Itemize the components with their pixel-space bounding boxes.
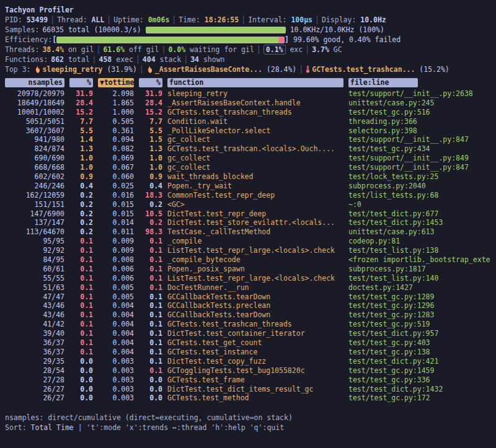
functions-summary-label: Functions: — [5, 55, 48, 64]
table-row: 29/350.00.0030.1DictTest.test_copy_fuzzt… — [5, 357, 491, 366]
function-cell: DocTestRunner.__run — [167, 283, 343, 292]
table-row: 43/460.10.0040.1GCCallbackTests.tearDown… — [5, 310, 491, 320]
file-line-cell: test/test_dict.py:421 — [348, 357, 491, 366]
separator: │ — [312, 15, 322, 24]
direct-percent-cell: 0.0 — [69, 376, 93, 385]
info-value: ALL — [92, 15, 105, 24]
table-row: 18649/1864928.41.86528.4_AssertRaisesBas… — [5, 99, 491, 108]
cumulative-percent-cell: 5.5 — [139, 126, 162, 136]
tottime-cell: 0.060 — [98, 172, 134, 182]
top-function-name: GCTests.test_trashcan... — [312, 65, 419, 74]
function-cell: GCTests.test_instance — [167, 348, 343, 357]
efficiency-bar — [56, 37, 285, 43]
direct-percent-cell: 0.1 — [69, 255, 93, 265]
cumulative-percent-cell: 0.1 — [139, 265, 162, 274]
functions-count-segment: 862 total — [51, 55, 89, 64]
thread-stat-percent: 3.7% — [312, 45, 329, 54]
table-row: 26/270.00.0030.0GCTests.test_methodtest/… — [5, 393, 491, 403]
direct-percent-cell: 1.0 — [69, 163, 93, 172]
efficiency-line: Efficiency:[] 99.60% good, 0.40% failed — [5, 35, 491, 45]
tottime-cell: 0.003 — [98, 376, 134, 385]
function-cell: _compile — [167, 237, 343, 246]
tottime-cell: 0.069 — [98, 154, 134, 163]
flame-icon — [146, 65, 153, 76]
table-row: 113/646700.20.01198.3TestCase._callTestM… — [5, 227, 491, 237]
top-function: _AssertRaisesBaseConte... (28.4%) — [146, 65, 296, 74]
function-cell: TestCase._callTestMethod — [167, 227, 343, 237]
nsamples-cell: 47/47 — [5, 292, 64, 302]
efficiency-bracket-open: [ — [52, 35, 56, 44]
thread-stat-percent: 61.6% — [103, 45, 125, 54]
cumulative-percent-cell: 0.1 — [139, 292, 162, 302]
nsamples-cell: 84/95 — [5, 255, 64, 265]
separator: │ — [137, 65, 146, 74]
function-cell: CommonTest.test_repr_deep — [167, 191, 343, 200]
table-row: 43/460.10.0040.1GCCallbackTests.preclean… — [5, 301, 491, 310]
top3-label: Top 3: — [5, 65, 31, 74]
nsamples-cell: 60/61 — [5, 265, 64, 274]
separator: │ — [133, 55, 143, 64]
tottime-cell: 0.067 — [98, 163, 134, 172]
column-header-cumulative-percent[interactable]: % — [139, 78, 162, 87]
function-cell: _PollLikeSelector.select — [167, 126, 343, 136]
cumulative-percent-cell: 15.2 — [139, 108, 162, 117]
table-row: 92/920.10.0090.1ListTest.test_repr_large… — [5, 246, 491, 255]
function-cell: GCCallbackTests.preclean — [167, 301, 343, 310]
info-value: 100μs — [291, 15, 312, 24]
file-line-cell: subprocess.py:1817 — [348, 265, 491, 274]
tottime-cell: 0.003 — [98, 366, 134, 376]
efficiency-summary: 99.60% good, 0.40% failed — [293, 35, 401, 44]
function-cell: gc_collect — [167, 135, 343, 144]
direct-percent-cell: 0.1 — [69, 237, 93, 246]
info-line: PID: 53499│Thread: ALL│Uptime: 0m06s│Tim… — [5, 15, 491, 25]
file-line-cell: test/test_dict.py:1432 — [348, 385, 491, 394]
cumulative-percent-cell: 0.1 — [139, 255, 162, 265]
direct-percent-cell: 0.0 — [69, 357, 93, 366]
column-header-file-line[interactable]: file:line — [348, 78, 418, 87]
cumulative-percent-cell: 0.0 — [139, 376, 162, 385]
column-header-tottime[interactable]: ▼tottime — [98, 78, 134, 87]
efficiency-bar-good — [56, 37, 278, 43]
cumulative-percent-cell: 0.1 — [139, 338, 162, 348]
direct-percent-cell: 0.1 — [69, 320, 93, 329]
direct-percent-cell: 0.1 — [69, 274, 93, 283]
nsamples-cell: 43/46 — [5, 310, 64, 320]
cumulative-percent-cell: 0.1 — [139, 283, 162, 292]
function-cell: sleeping_retry — [167, 89, 343, 99]
cumulative-percent-cell: 1.3 — [139, 144, 162, 154]
file-line-cell: test/test_gc.py:336 — [348, 376, 491, 385]
nsamples-cell: 162/12059 — [5, 191, 64, 200]
top3-line: Top 3:sleeping_retry (31.9%)│_AssertRais… — [5, 64, 491, 74]
shortcut-hints: | 't':mode 'x':trends ↔:thread 'h':help … — [78, 423, 284, 432]
cumulative-percent-cell: 0.9 — [139, 172, 162, 182]
direct-percent-cell: 0.2 — [69, 200, 93, 209]
separator: │ — [159, 45, 168, 54]
flame-icon — [34, 65, 41, 76]
cumulative-percent-cell: 0.1 — [139, 357, 162, 366]
file-line-cell: codeop.py:81 — [348, 237, 491, 246]
nsamples-cell: 113/64670 — [5, 227, 64, 237]
direct-percent-cell: 0.2 — [69, 227, 93, 237]
direct-percent-cell: 0.2 — [69, 191, 93, 200]
column-header-function[interactable]: function — [167, 78, 343, 87]
column-header-direct-percent[interactable]: % — [69, 78, 93, 87]
table-row: 147/69000.20.01510.5DictTest.test_repr_d… — [5, 209, 491, 219]
direct-percent-cell: 0.0 — [69, 393, 93, 403]
profiler-screen: Tachyon Profiler PID: 53499│Thread: ALL│… — [0, 0, 496, 448]
info-label: Uptime: — [113, 15, 148, 24]
thread-stat-label: waiting for gil — [185, 45, 254, 54]
nsamples-cell: 92/92 — [5, 246, 64, 255]
thread-stat: 0.0% waiting for gil — [168, 45, 254, 54]
tottime-cell: 0.005 — [98, 283, 134, 292]
table-row: 151/1510.20.0150.2<GC>~:0 — [5, 200, 491, 209]
file-line-cell: test/lock_tests.py:25 — [348, 172, 491, 182]
nsamples-cell: 20978/20979 — [5, 89, 64, 99]
column-header-nsamples[interactable]: nsamples — [5, 78, 64, 87]
cumulative-percent-cell: 0.1 — [139, 348, 162, 357]
table-body: 20978/2097931.92.09831.9sleeping_retryte… — [5, 89, 491, 403]
functions-count-segment: 458 exec — [99, 55, 133, 64]
thread-stat-percent: 0.0% — [168, 45, 185, 54]
tottime-cell: 0.011 — [98, 227, 134, 237]
cumulative-percent-cell: 0.1 — [139, 274, 162, 283]
thread-stat: 38.4% on gil — [42, 45, 94, 54]
